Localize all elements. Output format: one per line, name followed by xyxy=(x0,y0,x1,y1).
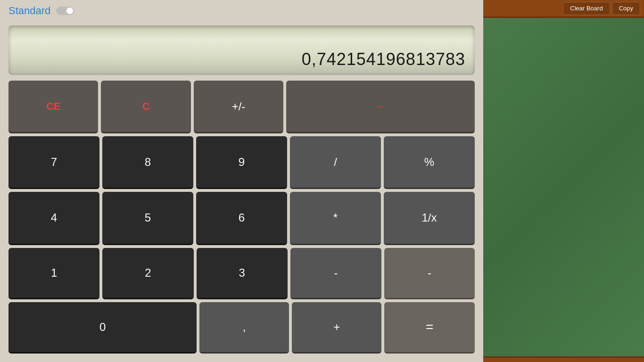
sign-button[interactable]: +/- xyxy=(194,81,283,133)
mode-toggle[interactable] xyxy=(56,7,74,15)
keypad: CE C +/- ← 7 8 9 / % 4 5 6 * 1/x 123-0,+… xyxy=(0,81,483,362)
key-6[interactable]: 6 xyxy=(196,192,287,245)
key-3[interactable]: 3 xyxy=(197,248,288,299)
display-area: 0,742154196813783 xyxy=(8,25,475,75)
key-1[interactable]: 1 xyxy=(8,248,99,299)
divide-button[interactable]: / xyxy=(290,136,381,189)
decimal-button[interactable]: , xyxy=(199,302,289,354)
chalkboard-footer xyxy=(483,356,644,362)
multiply-button[interactable]: * xyxy=(290,192,381,245)
c-button[interactable]: C xyxy=(101,81,190,133)
key-2[interactable]: 2 xyxy=(102,248,193,299)
equals-button[interactable]: = xyxy=(384,302,475,354)
key-8[interactable]: 8 xyxy=(102,136,193,189)
keypad-rows-4-5: 123-0,+-= xyxy=(8,248,475,354)
keypad-row-3: 4 5 6 * 1/x xyxy=(8,192,475,245)
copy-button[interactable]: Copy xyxy=(612,2,640,15)
key-7[interactable]: 7 xyxy=(8,136,99,189)
percent-button[interactable]: % xyxy=(384,136,475,189)
clear-board-button[interactable]: Clear Board xyxy=(563,2,610,15)
chalkboard-content xyxy=(483,18,644,356)
calc-header: Standard xyxy=(0,0,483,22)
ce-button[interactable]: CE xyxy=(8,81,98,133)
equals-top[interactable]: - xyxy=(384,248,475,299)
reciprocal-button[interactable]: 1/x xyxy=(384,192,475,245)
key-5[interactable]: 5 xyxy=(102,192,193,245)
keypad-row-1: CE C +/- ← xyxy=(8,81,475,133)
backspace-button[interactable]: ← xyxy=(286,81,475,133)
key-4[interactable]: 4 xyxy=(8,192,99,245)
chalkboard-header: Clear Board Copy xyxy=(483,0,644,18)
calculator-panel: Standard 0,742154196813783 CE C +/- ← 7 … xyxy=(0,0,483,362)
key-0[interactable]: 0 xyxy=(8,302,197,354)
subtract-button[interactable]: - xyxy=(290,248,381,299)
calc-title: Standard xyxy=(8,5,50,17)
display-value: 0,742154196813783 xyxy=(302,49,465,69)
key-9[interactable]: 9 xyxy=(196,136,287,189)
keypad-row-2: 7 8 9 / % xyxy=(8,136,475,189)
add-button[interactable]: + xyxy=(292,302,381,354)
chalkboard-panel: Clear Board Copy xyxy=(483,0,644,362)
